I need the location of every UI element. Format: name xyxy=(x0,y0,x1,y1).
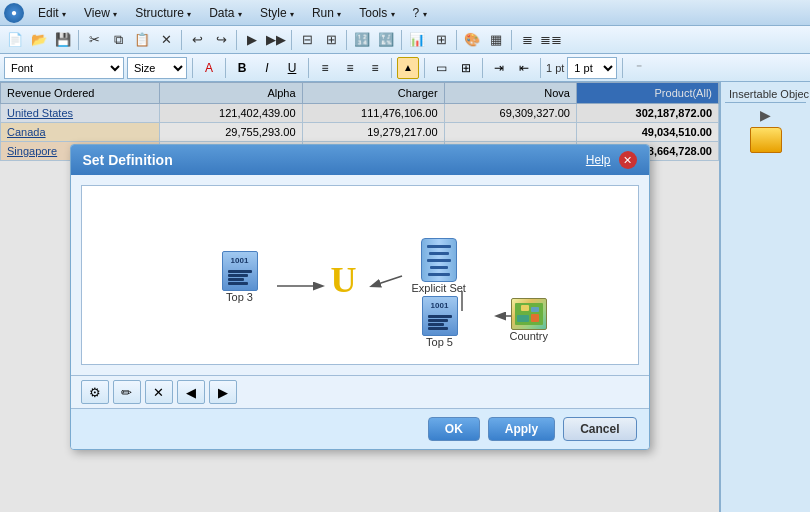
copy-btn[interactable]: ⧉ xyxy=(107,29,129,51)
set-definition-dialog: Set Definition Help ✕ xyxy=(70,144,650,450)
cancel-button[interactable]: Cancel xyxy=(563,417,636,441)
format2-btn[interactable]: ▦ xyxy=(485,29,507,51)
menu-tools[interactable]: Tools ▾ xyxy=(351,4,402,22)
dialog-close-button[interactable]: ✕ xyxy=(619,151,637,169)
sep2 xyxy=(181,30,182,50)
table-btn[interactable]: ⊞ xyxy=(430,29,452,51)
apply-button[interactable]: Apply xyxy=(488,417,555,441)
sep1 xyxy=(78,30,79,50)
indent-btn[interactable]: ⇥ xyxy=(488,57,510,79)
top5-node: 1001 Top 5 xyxy=(422,296,458,348)
format-bar: Font Size A B I U ≡ ≡ ≡ ▲ ▭ ⊞ ⇥ ⇤ 1 pt 1… xyxy=(0,54,810,82)
redo-btn[interactable]: ↪ xyxy=(210,29,232,51)
sep-fmt7 xyxy=(540,58,541,78)
sep-fmt1 xyxy=(192,58,193,78)
menu-style[interactable]: Style ▾ xyxy=(252,4,302,22)
dialog-tb-settings[interactable]: ⚙ xyxy=(81,380,109,404)
dialog-tb-next[interactable]: ▶ xyxy=(209,380,237,404)
border-btn[interactable]: ⊞ xyxy=(455,57,477,79)
dialog-title-right: Help ✕ xyxy=(586,151,637,169)
explicit-set-icon xyxy=(421,238,457,282)
dialog-tb-prev[interactable]: ◀ xyxy=(177,380,205,404)
border-color-btn[interactable]: ▭ xyxy=(430,57,452,79)
top3-icon: 1001 xyxy=(222,251,258,291)
menu-edit[interactable]: Edit ▾ xyxy=(30,4,74,22)
dialog-title: Set Definition xyxy=(83,152,173,168)
highlight-btn[interactable]: ▲ xyxy=(397,57,419,79)
align-center-btn[interactable]: ≡ xyxy=(339,57,361,79)
sep-fmt5 xyxy=(424,58,425,78)
underline-btn[interactable]: U xyxy=(281,57,303,79)
undo-btn[interactable]: ↩ xyxy=(186,29,208,51)
size-select[interactable]: Size xyxy=(127,57,187,79)
app-icon: ● xyxy=(4,3,24,23)
new-btn[interactable]: 📄 xyxy=(4,29,26,51)
svg-rect-9 xyxy=(531,314,539,322)
paste-btn[interactable]: 📋 xyxy=(131,29,153,51)
help-link[interactable]: Help xyxy=(586,153,611,167)
right-panel-title: Insertable Objec xyxy=(725,86,806,103)
delete-btn[interactable]: ✕ xyxy=(155,29,177,51)
right-panel: Insertable Objec ▶ xyxy=(720,82,810,512)
sep5 xyxy=(346,30,347,50)
italic-btn[interactable]: I xyxy=(256,57,278,79)
sort2-btn[interactable]: 🔣 xyxy=(375,29,397,51)
dialog-overlay: Set Definition Help ✕ xyxy=(0,82,719,512)
dialog-tb-edit[interactable]: ✏ xyxy=(113,380,141,404)
ok-button[interactable]: OK xyxy=(428,417,480,441)
sep7 xyxy=(456,30,457,50)
menu-view[interactable]: View ▾ xyxy=(76,4,125,22)
chart-btn[interactable]: 📊 xyxy=(406,29,428,51)
explicit-set-label: Explicit Set xyxy=(412,282,466,294)
menu-structure[interactable]: Structure ▾ xyxy=(127,4,199,22)
filter2-btn[interactable]: ⊞ xyxy=(320,29,342,51)
sep-fmt8 xyxy=(622,58,623,78)
sep6 xyxy=(401,30,402,50)
top5-label: Top 5 xyxy=(426,336,453,348)
dialog-tb-delete[interactable]: ✕ xyxy=(145,380,173,404)
border-width-label: 1 pt xyxy=(546,62,564,74)
menu-data[interactable]: Data ▾ xyxy=(201,4,250,22)
top3-node: 1001 Top 3 xyxy=(222,251,258,303)
folder-icon[interactable] xyxy=(750,127,782,153)
main-toolbar: 📄 📂 💾 ✂ ⧉ 📋 ✕ ↩ ↪ ▶ ▶▶ ⊟ ⊞ 🔢 🔣 📊 ⊞ 🎨 ▦ ≣… xyxy=(0,26,810,54)
expand-arrow[interactable]: ▶ xyxy=(725,107,806,123)
top5-icon: 1001 xyxy=(422,296,458,336)
menu-help[interactable]: ? ▾ xyxy=(405,4,435,22)
line-color-btn[interactable]: ⁻ xyxy=(628,57,650,79)
dialog-footer: OK Apply Cancel xyxy=(71,408,649,449)
sep-fmt4 xyxy=(391,58,392,78)
diagram-canvas[interactable]: 1001 Top 3 U xyxy=(81,185,639,365)
union-node: U xyxy=(322,258,366,302)
format-btn[interactable]: 🎨 xyxy=(461,29,483,51)
open-btn[interactable]: 📂 xyxy=(28,29,50,51)
sep-fmt3 xyxy=(308,58,309,78)
run2-btn[interactable]: ▶▶ xyxy=(265,29,287,51)
extra-btn[interactable]: ≣ xyxy=(516,29,538,51)
sep4 xyxy=(291,30,292,50)
country-label: Country xyxy=(510,330,549,342)
align-left-btn[interactable]: ≡ xyxy=(314,57,336,79)
sort-btn[interactable]: 🔢 xyxy=(351,29,373,51)
save-btn[interactable]: 💾 xyxy=(52,29,74,51)
sep8 xyxy=(511,30,512,50)
menu-bar: ● Edit ▾ View ▾ Structure ▾ Data ▾ Style… xyxy=(0,0,810,26)
run-btn[interactable]: ▶ xyxy=(241,29,263,51)
filter-btn[interactable]: ⊟ xyxy=(296,29,318,51)
extra2-btn[interactable]: ≣≣ xyxy=(540,29,562,51)
bold-btn[interactable]: B xyxy=(231,57,253,79)
sep3 xyxy=(236,30,237,50)
align-right-btn[interactable]: ≡ xyxy=(364,57,386,79)
cut-btn[interactable]: ✂ xyxy=(83,29,105,51)
dialog-toolbar: ⚙ ✏ ✕ ◀ ▶ xyxy=(71,375,649,408)
font-select[interactable]: Font xyxy=(4,57,124,79)
menu-run[interactable]: Run ▾ xyxy=(304,4,349,22)
outdent-btn[interactable]: ⇤ xyxy=(513,57,535,79)
font-color-btn[interactable]: A xyxy=(198,57,220,79)
svg-line-2 xyxy=(372,276,402,286)
explicit-set-node: Explicit Set xyxy=(412,238,466,294)
sep-fmt2 xyxy=(225,58,226,78)
svg-rect-8 xyxy=(517,315,529,322)
country-node: Country xyxy=(510,298,549,342)
border-width-select[interactable]: 1 pt xyxy=(567,57,617,79)
